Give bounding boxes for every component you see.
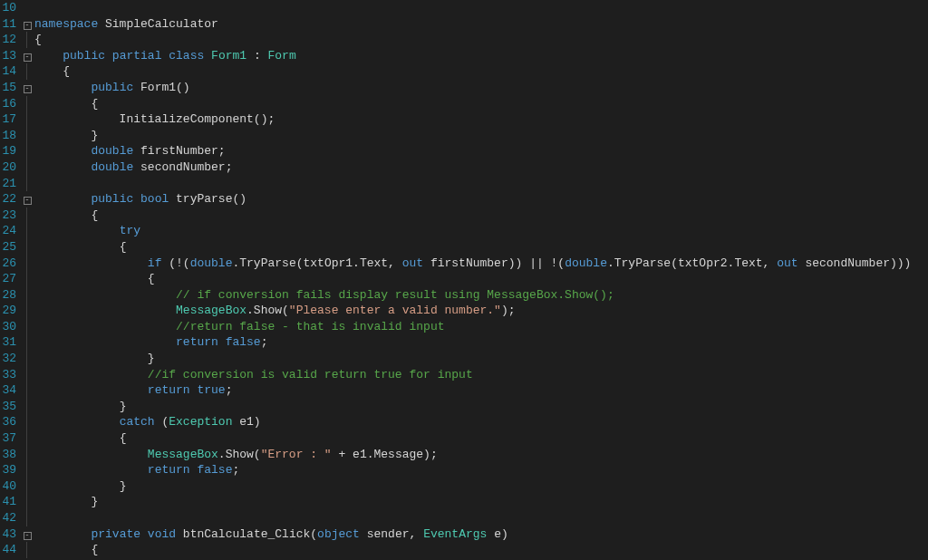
fold-toggle[interactable]: - [20,526,34,543]
fold-toggle[interactable]: - [20,80,34,96]
code-line[interactable] [34,510,928,526]
code-text-area[interactable]: namespace SimpleCalculator{ public parti… [34,0,928,560]
fold-guide [20,159,34,176]
code-editor[interactable]: 1011121314151617181920212223242526272829… [0,0,928,560]
minus-box-icon[interactable]: - [24,532,32,540]
fold-toggle[interactable]: - [20,191,34,208]
fold-guide [20,128,34,144]
code-line[interactable]: } [34,351,928,367]
code-line[interactable]: return true; [34,382,928,399]
line-number: 37 [0,430,16,447]
code-line[interactable]: MessageBox.Show("Please enter a valid nu… [34,303,928,319]
code-line[interactable]: InitializeComponent(); [34,111,928,128]
code-line[interactable]: } [34,399,928,415]
fold-guide [20,494,34,510]
token-txt: secondNumber))) [798,256,912,270]
code-line[interactable]: double firstNumber; [34,143,928,159]
code-line[interactable]: if (!(double.TryParse(txtOpr1.Text, out … [34,256,928,272]
code-line[interactable]: public bool tryParse() [34,191,928,208]
code-line[interactable]: return false; [34,462,928,478]
fold-toggle[interactable]: - [20,16,34,33]
minus-box-icon[interactable]: - [24,85,32,93]
token-type: MessageBox [176,304,246,317]
line-number: 36 [0,414,16,430]
code-line[interactable] [34,0,928,16]
code-line[interactable]: MessageBox.Show("Error : " + e1.Message)… [34,447,928,463]
code-line[interactable]: } [34,478,928,495]
code-line[interactable]: } [34,128,928,144]
token-txt [34,543,91,556]
fold-guide [20,143,34,159]
token-txt: (!( [161,256,189,270]
token-kw: double [190,256,233,270]
code-line[interactable]: return false; [34,334,928,351]
line-number: 21 [0,176,16,192]
code-line[interactable]: namespace SimpleCalculator [34,16,928,33]
token-kw: catch [120,415,155,429]
minus-box-icon[interactable]: - [24,197,32,205]
code-line[interactable]: private void btnCalculate_Click(object s… [34,526,928,543]
token-kw: try [120,224,140,237]
token-punc: { [63,64,70,78]
minus-box-icon[interactable]: - [24,53,32,62]
fold-toggle[interactable]: - [20,48,34,64]
code-line[interactable]: catch (Exception e1) [34,414,928,430]
token-cmt: //return false - that is invalid input [176,320,444,333]
fold-guide [20,414,34,430]
line-number: 17 [0,111,16,128]
token-kw: public [91,192,133,206]
token-txt: ); [501,304,516,317]
code-line[interactable]: //if conversion is valid return true for… [34,367,928,383]
token-txt [34,415,120,429]
line-number: 19 [0,143,16,159]
token-punc: } [120,400,127,413]
code-line[interactable]: try [34,223,928,239]
code-line[interactable]: { [34,32,928,48]
code-line[interactable]: } [34,494,928,510]
fold-guide [20,63,34,80]
fold-guide [20,367,34,383]
token-str: "Error : " [261,448,332,461]
token-kw: public [63,49,105,63]
code-line[interactable]: // if conversion fails display result us… [34,287,928,304]
token-txt: firstNumber)) || !( [423,256,565,270]
token-txt [34,304,176,317]
token-txt: SimpleCalculator [98,17,218,31]
token-txt: tryParse() [169,192,246,206]
code-line[interactable]: { [34,271,928,287]
line-number: 12 [0,32,16,48]
fold-guide [20,271,34,287]
code-line[interactable]: { [34,96,928,112]
token-txt [34,368,148,381]
code-line[interactable]: { [34,430,928,447]
line-number: 26 [0,256,16,272]
fold-guide [20,111,34,128]
line-number: 33 [0,367,16,383]
token-punc: } [91,129,98,142]
code-line[interactable]: { [34,63,928,80]
token-txt [140,527,148,541]
token-kw: double [91,160,133,174]
token-txt: e1) [232,415,260,429]
folding-gutter[interactable]: ----- [20,0,34,560]
code-line[interactable]: //return false - that is invalid input [34,319,928,335]
code-line[interactable]: double secondNumber; [34,159,928,176]
token-txt: : [246,49,267,63]
code-line[interactable]: public Form1() [34,80,928,96]
token-punc: } [148,352,155,365]
minus-box-icon[interactable]: - [24,22,32,30]
fold-guide [20,176,34,192]
code-line[interactable]: { [34,239,928,256]
code-line[interactable] [34,176,928,192]
code-line[interactable]: public partial class Form1 : Form [34,48,928,64]
line-number: 43 [0,526,16,543]
token-txt: InitializeComponent(); [34,112,275,126]
token-kw: return [148,383,190,397]
fold-guide [20,382,34,399]
code-line[interactable]: { [34,542,928,558]
line-number: 11 [0,16,16,33]
code-line[interactable]: { [34,208,928,224]
token-kw: namespace [34,17,98,31]
token-type: EventArgs [423,527,487,541]
token-txt: ( [155,415,169,429]
